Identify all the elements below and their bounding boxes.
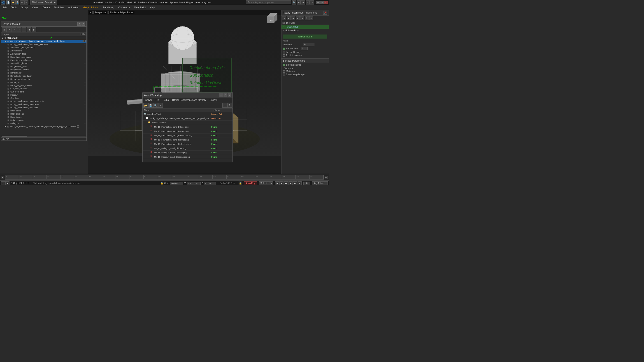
frame-input[interactable] <box>304 182 310 185</box>
asset-menu-bitmap[interactable]: Bitmap Performance and Memory <box>170 98 208 102</box>
list-item[interactable]: ▤ Rangefinder_Janitor ··· <box>1 68 86 71</box>
list-item[interactable]: ▤ Rangefinder_bolts ··· <box>1 65 86 68</box>
layer-tool-1[interactable]: ▤ <box>2 27 6 32</box>
menu-rendering[interactable]: Rendering <box>101 5 116 10</box>
save-btn[interactable]: 💾 <box>15 0 20 4</box>
asset-tool-2[interactable]: 💾 <box>148 103 153 108</box>
asset-close-btn[interactable]: ✕ <box>228 93 231 97</box>
materials-check[interactable] <box>283 70 285 73</box>
asset-item-vault[interactable]: 🏢 Autodesk Vault Logged Out <box>143 112 232 116</box>
list-item[interactable]: ▤ Main_elements ··· <box>1 119 86 122</box>
status-icon-2[interactable]: ◆ <box>6 181 10 185</box>
asset-menu-options[interactable]: Options <box>208 98 219 102</box>
render-iters-check[interactable] <box>283 47 285 50</box>
list-item[interactable]: ▤ Gun_box ··· <box>1 96 86 100</box>
asset-list[interactable]: 🏢 Autodesk Vault Logged Out 📄 Mark_15_Ph… <box>143 112 232 158</box>
layer-item-root[interactable]: ▶ ▤ 0 (default) ✓ ··· <box>1 36 86 40</box>
layer-tool-6[interactable]: ◀ <box>27 27 32 32</box>
list-item[interactable]: ▤ Gun_box_bolts ··· <box>1 90 86 93</box>
list-item[interactable]: 🖼 Mk_15_Maingun_sand_Fresnel.png Found <box>143 151 232 155</box>
asset-tool-1[interactable]: 📂 <box>143 103 148 108</box>
close-btn[interactable]: ✕ <box>324 1 328 4</box>
smooth-result-check[interactable] <box>283 64 285 66</box>
list-item[interactable]: ▤ Rangefinder ··· <box>1 71 86 74</box>
mod-tool-6[interactable]: ✎ <box>305 16 309 20</box>
list-item[interactable]: 🖼 Mk_15_Maingun_sand_Diffuse.png Found <box>143 146 232 151</box>
asset-tool-4[interactable]: ⊞ <box>158 103 163 108</box>
menu-tools[interactable]: Tools <box>9 5 19 10</box>
menu-create[interactable]: Create <box>41 5 52 10</box>
maximize-btn[interactable]: □ <box>320 1 324 4</box>
list-item[interactable]: ▤ Front_tape_mechanism ··· <box>1 59 86 62</box>
status-icon-1[interactable]: + <box>1 181 5 185</box>
list-item[interactable]: ▤ Maingun ··· <box>1 93 86 96</box>
scrollbar-thumb[interactable] <box>2 136 27 137</box>
prev-frame-btn[interactable]: ◀ <box>280 181 284 185</box>
layer-tool-2[interactable]: ✕ <box>7 27 12 32</box>
timeline-arrow-right[interactable]: ▶ <box>324 176 328 179</box>
explicit-normals-check[interactable] <box>283 54 285 57</box>
list-item[interactable]: 🖼 Mk_15_Foundation_sand_Reflection.png F… <box>143 142 232 146</box>
asset-menu-server[interactable]: Server <box>144 98 154 102</box>
layer-tool-5[interactable]: ↓ <box>22 27 26 32</box>
y-input[interactable] <box>187 182 201 185</box>
list-item[interactable]: ▤ Main_box ··· <box>1 122 86 125</box>
menu-animation[interactable]: Animation <box>66 5 81 10</box>
modifier-editable-poly[interactable]: ● Editable Poly <box>282 29 329 32</box>
menu-help[interactable]: Help <box>148 5 157 10</box>
asset-maximize-btn[interactable]: □ <box>224 93 227 97</box>
menu-views[interactable]: Views <box>30 5 40 10</box>
list-item[interactable]: ▤ Rotary_mechanism_foundation_elements ·… <box>1 43 86 46</box>
render-iters-input[interactable] <box>301 47 308 50</box>
z-input[interactable] <box>204 182 216 185</box>
asset-tool-3[interactable]: 🔍 <box>153 103 158 108</box>
list-item[interactable]: ▤ Radar_box_elements ··· <box>1 78 86 81</box>
layer-tool-4[interactable]: ↑ <box>17 27 22 32</box>
menu-group[interactable]: Group <box>19 5 30 10</box>
nav-cube[interactable]: TOP <box>266 12 280 25</box>
asset-tracking-window[interactable]: Asset Tracking — □ ✕ Server File Paths B… <box>142 92 233 162</box>
asset-menu-paths[interactable]: Paths <box>161 98 171 102</box>
list-item[interactable]: 🖼 Mk_15_Foundation_sand_Glossiness.png F… <box>143 133 232 138</box>
workspace-dropdown[interactable]: Workspace: Default <box>30 0 57 4</box>
list-item[interactable]: ▤ Rotary_mechanism_mainframe ··· <box>1 103 86 106</box>
open-btn[interactable]: 📂 <box>11 0 15 4</box>
list-item[interactable]: ▤ Radar_box ··· <box>1 81 86 84</box>
timeline-ruler[interactable]: 0 10 20 30 40 50 60 70 80 90 100 110 120… <box>5 175 324 180</box>
mod-tool-4[interactable]: ▲ <box>296 16 300 20</box>
play-btn[interactable]: ▶ <box>284 181 288 185</box>
selected-dropdown[interactable]: Selected <box>259 181 273 185</box>
smoothing-groups-check[interactable] <box>283 73 285 76</box>
asset-item-maxfile[interactable]: 📄 Mark_15_Phalanx_Close-In_Weapon_System… <box>143 116 232 121</box>
modifier-turbosmooth[interactable]: ● TurboSmooth <box>282 25 329 29</box>
mod-tool-7[interactable]: ⊕ <box>309 16 313 20</box>
search-prev-icon[interactable]: ◀ <box>301 0 305 4</box>
mod-tool-5[interactable]: ★ <box>300 16 304 20</box>
layer-scrollbar[interactable] <box>1 135 86 137</box>
mod-tool-2[interactable]: ■ <box>287 16 291 20</box>
layer-tool-3[interactable]: + <box>12 27 16 32</box>
list-item[interactable]: ▤ Rotary_mechanism_mainframe_bolts ··· <box>1 100 86 103</box>
go-end-btn[interactable]: ▶| <box>293 181 297 185</box>
redo-btn[interactable]: ↪ <box>24 0 28 4</box>
asset-item-maps[interactable]: 📁 Maps / Shaders <box>143 121 232 125</box>
list-item[interactable]: ▤ Ammunitions ··· <box>1 49 86 52</box>
iterations-input[interactable] <box>303 43 314 46</box>
list-item[interactable]: ▤ Ammunition_barrel ··· <box>1 62 86 65</box>
list-item[interactable]: ▤ Back_elements ··· <box>1 112 86 115</box>
list-item[interactable]: 🖼 Mk_15_Foundation_sand_Normal.png Found <box>143 138 232 142</box>
key-mode-btn[interactable]: ⊞ <box>298 181 302 185</box>
list-item[interactable]: ▤ Ammunition_tape_element ··· <box>1 46 86 49</box>
layer-checkbox[interactable] <box>83 40 86 42</box>
list-item[interactable]: ▤ Back_boxes ··· <box>1 115 86 119</box>
key-filters-btn[interactable]: Key Filters... <box>312 181 328 185</box>
list-item[interactable]: 🖼 Mk_15_Maingun_sand_Glossiness.png Foun… <box>143 155 232 158</box>
list-item[interactable]: ▤ Gun_box_elements ··· <box>1 87 86 90</box>
list-item[interactable]: ▤ Rangefinder_foundation ··· <box>1 74 86 78</box>
menu-edit[interactable]: Edit <box>1 5 9 10</box>
list-item[interactable]: ▤ Rotary_mechanism_foundation ··· <box>1 106 86 109</box>
search-next-icon[interactable]: ▶ <box>296 0 301 4</box>
isoline-check[interactable] <box>283 51 285 53</box>
search-input[interactable] <box>246 0 291 4</box>
asset-tool-6[interactable]: ? <box>227 103 232 108</box>
